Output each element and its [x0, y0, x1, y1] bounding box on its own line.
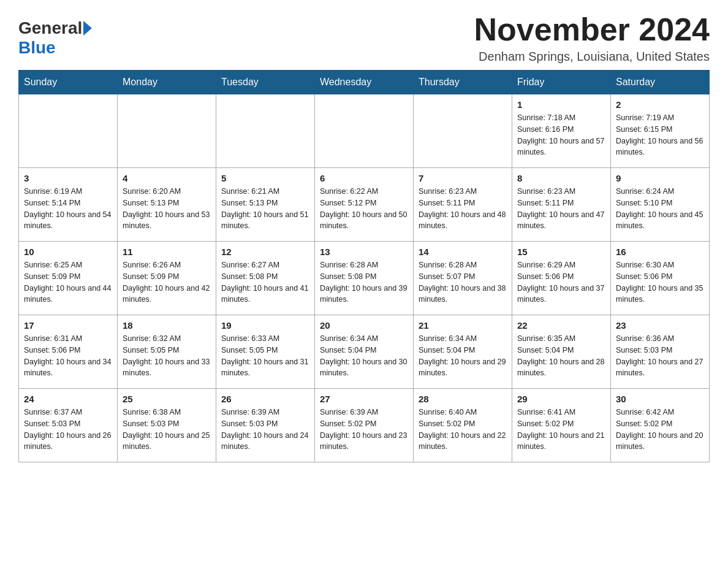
calendar-cell: 17Sunrise: 6:31 AMSunset: 5:06 PMDayligh…	[19, 315, 118, 389]
day-number: 5	[221, 173, 309, 183]
day-info: Sunrise: 6:33 AMSunset: 5:05 PMDaylight:…	[221, 333, 309, 379]
day-info: Sunrise: 6:30 AMSunset: 5:06 PMDaylight:…	[616, 259, 704, 305]
calendar-cell: 26Sunrise: 6:39 AMSunset: 5:03 PMDayligh…	[216, 389, 315, 462]
day-number: 18	[123, 320, 211, 331]
calendar-cell: 23Sunrise: 6:36 AMSunset: 5:03 PMDayligh…	[611, 315, 710, 389]
calendar-cell: 9Sunrise: 6:24 AMSunset: 5:10 PMDaylight…	[611, 168, 710, 242]
day-number: 13	[320, 247, 408, 257]
calendar-cell	[118, 94, 216, 168]
month-title: November 2024	[474, 12, 710, 47]
day-info: Sunrise: 7:19 AMSunset: 6:15 PMDaylight:…	[616, 112, 704, 158]
day-number: 20	[320, 320, 408, 331]
day-number: 15	[517, 247, 605, 257]
day-info: Sunrise: 6:22 AMSunset: 5:12 PMDaylight:…	[320, 186, 408, 232]
title-area: November 2024 Denham Springs, Louisiana,…	[474, 12, 710, 64]
logo: General Blue	[18, 18, 92, 58]
day-number: 12	[221, 247, 309, 257]
header-saturday: Saturday	[611, 71, 710, 94]
day-info: Sunrise: 6:31 AMSunset: 5:06 PMDaylight:…	[24, 333, 112, 379]
calendar-cell: 18Sunrise: 6:32 AMSunset: 5:05 PMDayligh…	[118, 315, 216, 389]
day-number: 2	[616, 99, 704, 110]
day-info: Sunrise: 6:27 AMSunset: 5:08 PMDaylight:…	[221, 259, 309, 305]
day-info: Sunrise: 6:29 AMSunset: 5:06 PMDaylight:…	[517, 259, 605, 305]
logo-blue-text: Blue	[18, 38, 56, 58]
calendar-table: SundayMondayTuesdayWednesdayThursdayFrid…	[18, 70, 710, 462]
day-info: Sunrise: 6:37 AMSunset: 5:03 PMDaylight:…	[24, 407, 112, 453]
location-subtitle: Denham Springs, Louisiana, United States	[474, 50, 710, 64]
day-info: Sunrise: 6:28 AMSunset: 5:08 PMDaylight:…	[320, 259, 408, 305]
day-info: Sunrise: 6:25 AMSunset: 5:09 PMDaylight:…	[24, 259, 112, 305]
day-number: 28	[419, 394, 507, 404]
day-number: 1	[517, 99, 605, 110]
calendar-week-2: 10Sunrise: 6:25 AMSunset: 5:09 PMDayligh…	[19, 242, 710, 315]
day-number: 7	[419, 173, 507, 183]
day-info: Sunrise: 6:24 AMSunset: 5:10 PMDaylight:…	[616, 186, 704, 232]
day-number: 22	[517, 320, 605, 331]
day-number: 26	[221, 394, 309, 404]
calendar-cell: 12Sunrise: 6:27 AMSunset: 5:08 PMDayligh…	[216, 242, 315, 315]
calendar-week-3: 17Sunrise: 6:31 AMSunset: 5:06 PMDayligh…	[19, 315, 710, 389]
day-number: 8	[517, 173, 605, 183]
calendar-cell: 2Sunrise: 7:19 AMSunset: 6:15 PMDaylight…	[611, 94, 710, 168]
calendar-cell: 15Sunrise: 6:29 AMSunset: 5:06 PMDayligh…	[512, 242, 611, 315]
calendar-cell: 10Sunrise: 6:25 AMSunset: 5:09 PMDayligh…	[19, 242, 118, 315]
day-info: Sunrise: 6:38 AMSunset: 5:03 PMDaylight:…	[123, 407, 211, 453]
header-monday: Monday	[118, 71, 216, 94]
calendar-week-4: 24Sunrise: 6:37 AMSunset: 5:03 PMDayligh…	[19, 389, 710, 462]
day-number: 27	[320, 394, 408, 404]
day-number: 29	[517, 394, 605, 404]
calendar-cell: 29Sunrise: 6:41 AMSunset: 5:02 PMDayligh…	[512, 389, 611, 462]
day-number: 4	[123, 173, 211, 183]
day-info: Sunrise: 6:19 AMSunset: 5:14 PMDaylight:…	[24, 186, 112, 232]
calendar-header-row: SundayMondayTuesdayWednesdayThursdayFrid…	[19, 71, 710, 94]
day-info: Sunrise: 6:32 AMSunset: 5:05 PMDaylight:…	[123, 333, 211, 379]
calendar-cell: 21Sunrise: 6:34 AMSunset: 5:04 PMDayligh…	[414, 315, 512, 389]
calendar-cell: 22Sunrise: 6:35 AMSunset: 5:04 PMDayligh…	[512, 315, 611, 389]
calendar-cell: 27Sunrise: 6:39 AMSunset: 5:02 PMDayligh…	[315, 389, 414, 462]
day-info: Sunrise: 6:40 AMSunset: 5:02 PMDaylight:…	[419, 407, 507, 453]
calendar-cell: 16Sunrise: 6:30 AMSunset: 5:06 PMDayligh…	[611, 242, 710, 315]
day-info: Sunrise: 6:39 AMSunset: 5:03 PMDaylight:…	[221, 407, 309, 453]
calendar-cell: 25Sunrise: 6:38 AMSunset: 5:03 PMDayligh…	[118, 389, 216, 462]
header: General Blue November 2024 Denham Spring…	[18, 12, 710, 64]
day-info: Sunrise: 6:42 AMSunset: 5:02 PMDaylight:…	[616, 407, 704, 453]
day-number: 30	[616, 394, 704, 404]
calendar-cell	[216, 94, 315, 168]
calendar-cell: 6Sunrise: 6:22 AMSunset: 5:12 PMDaylight…	[315, 168, 414, 242]
day-info: Sunrise: 6:20 AMSunset: 5:13 PMDaylight:…	[123, 186, 211, 232]
calendar-cell	[315, 94, 414, 168]
calendar-cell: 28Sunrise: 6:40 AMSunset: 5:02 PMDayligh…	[414, 389, 512, 462]
calendar-cell: 19Sunrise: 6:33 AMSunset: 5:05 PMDayligh…	[216, 315, 315, 389]
day-number: 23	[616, 320, 704, 331]
day-info: Sunrise: 6:36 AMSunset: 5:03 PMDaylight:…	[616, 333, 704, 379]
calendar-cell: 5Sunrise: 6:21 AMSunset: 5:13 PMDaylight…	[216, 168, 315, 242]
day-number: 14	[419, 247, 507, 257]
calendar-cell	[414, 94, 512, 168]
calendar-week-1: 3Sunrise: 6:19 AMSunset: 5:14 PMDaylight…	[19, 168, 710, 242]
calendar-cell: 3Sunrise: 6:19 AMSunset: 5:14 PMDaylight…	[19, 168, 118, 242]
day-info: Sunrise: 6:23 AMSunset: 5:11 PMDaylight:…	[517, 186, 605, 232]
calendar-cell: 14Sunrise: 6:28 AMSunset: 5:07 PMDayligh…	[414, 242, 512, 315]
day-info: Sunrise: 6:23 AMSunset: 5:11 PMDaylight:…	[419, 186, 507, 232]
header-friday: Friday	[512, 71, 611, 94]
day-number: 25	[123, 394, 211, 404]
calendar-cell: 30Sunrise: 6:42 AMSunset: 5:02 PMDayligh…	[611, 389, 710, 462]
calendar-cell: 11Sunrise: 6:26 AMSunset: 5:09 PMDayligh…	[118, 242, 216, 315]
day-info: Sunrise: 6:34 AMSunset: 5:04 PMDaylight:…	[419, 333, 507, 379]
day-number: 3	[24, 173, 112, 183]
header-tuesday: Tuesday	[216, 71, 315, 94]
calendar-cell: 24Sunrise: 6:37 AMSunset: 5:03 PMDayligh…	[19, 389, 118, 462]
logo-arrow-icon	[83, 21, 92, 36]
day-number: 21	[419, 320, 507, 331]
day-number: 9	[616, 173, 704, 183]
day-info: Sunrise: 6:26 AMSunset: 5:09 PMDaylight:…	[123, 259, 211, 305]
calendar-cell: 20Sunrise: 6:34 AMSunset: 5:04 PMDayligh…	[315, 315, 414, 389]
calendar-cell: 13Sunrise: 6:28 AMSunset: 5:08 PMDayligh…	[315, 242, 414, 315]
day-number: 16	[616, 247, 704, 257]
day-info: Sunrise: 6:41 AMSunset: 5:02 PMDaylight:…	[517, 407, 605, 453]
calendar-week-0: 1Sunrise: 7:18 AMSunset: 6:16 PMDaylight…	[19, 94, 710, 168]
day-number: 24	[24, 394, 112, 404]
header-thursday: Thursday	[414, 71, 512, 94]
day-number: 19	[221, 320, 309, 331]
header-wednesday: Wednesday	[315, 71, 414, 94]
